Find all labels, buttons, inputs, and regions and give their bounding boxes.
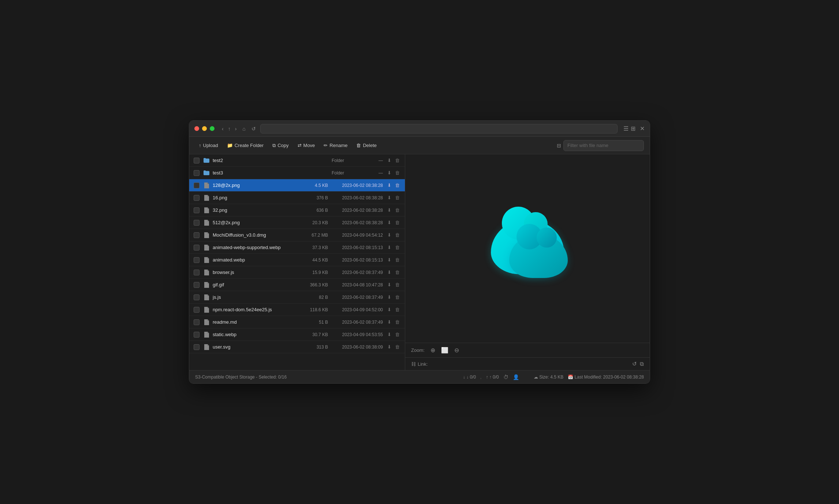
- download-file-button[interactable]: ⬇: [387, 294, 392, 301]
- table-row[interactable]: 16.png376 B2023-06-02 08:38:28⬇🗑: [189, 192, 405, 204]
- table-row[interactable]: MochiDiffusion_v3.0.dmg67.2 MB2023-04-09…: [189, 229, 405, 241]
- delete-file-button[interactable]: 🗑: [394, 207, 400, 214]
- delete-file-button[interactable]: 🗑: [394, 294, 400, 301]
- file-checkbox[interactable]: [194, 220, 200, 226]
- download-file-button[interactable]: ⬇: [387, 157, 392, 164]
- download-file-button[interactable]: ⬇: [387, 256, 392, 263]
- table-row[interactable]: 128@2x.png4.5 KB2023-06-02 08:38:28⬇🗑: [189, 179, 405, 192]
- delete-file-button[interactable]: 🗑: [394, 157, 400, 164]
- download-file-button[interactable]: ⬇: [387, 219, 392, 226]
- download-file-button[interactable]: ⬇: [387, 169, 392, 176]
- file-checkbox[interactable]: [194, 294, 200, 300]
- delete-file-button[interactable]: 🗑: [394, 169, 400, 176]
- zoom-in-button[interactable]: ⊕: [430, 347, 435, 354]
- file-checkbox[interactable]: [194, 319, 200, 325]
- rename-label: Rename: [329, 143, 347, 148]
- download-file-button[interactable]: ⬇: [387, 194, 392, 201]
- status-user-button[interactable]: 👤: [513, 374, 519, 380]
- table-row[interactable]: js.js82 B2023-06-02 08:37:49⬇🗑: [189, 291, 405, 304]
- table-row[interactable]: gif.gif366.3 KB2023-04-08 10:47:28⬇🗑: [189, 279, 405, 291]
- file-checkbox[interactable]: [194, 257, 200, 263]
- panel-close-button[interactable]: ✕: [640, 125, 645, 132]
- file-checkbox[interactable]: [194, 183, 200, 188]
- delete-file-button[interactable]: 🗑: [394, 331, 400, 338]
- view-buttons: ☰ ⊞: [623, 125, 635, 132]
- download-file-button[interactable]: ⬇: [387, 281, 392, 288]
- move-button[interactable]: ⇄ Move: [294, 140, 319, 150]
- zoom-reset-button[interactable]: ⬜: [441, 347, 448, 354]
- forward-button[interactable]: ›: [234, 125, 238, 132]
- file-size: —: [354, 158, 383, 163]
- rename-button[interactable]: ✏ Rename: [320, 140, 351, 150]
- file-name: test2: [213, 158, 332, 163]
- file-checkbox[interactable]: [194, 207, 200, 213]
- file-checkbox[interactable]: [194, 282, 200, 288]
- table-row[interactable]: browser.js15.9 KB2023-06-02 08:37:49⬇🗑: [189, 266, 405, 279]
- delete-file-button[interactable]: 🗑: [394, 219, 400, 226]
- table-row[interactable]: animated-webp-supported.webp37.3 KB2023-…: [189, 241, 405, 254]
- list-view-button[interactable]: ☰: [623, 125, 629, 132]
- download-file-button[interactable]: ⬇: [387, 207, 392, 214]
- upload-button[interactable]: ↑ Upload: [195, 140, 222, 150]
- table-row[interactable]: static.webp30.7 KB2023-04-09 04:53:55⬇🗑: [189, 328, 405, 341]
- delete-file-button[interactable]: 🗑: [394, 269, 400, 276]
- download-file-button[interactable]: ⬇: [387, 306, 392, 313]
- delete-file-button[interactable]: 🗑: [394, 244, 400, 251]
- table-row[interactable]: user.svg313 B2023-06-02 08:38:09⬇🗑: [189, 341, 405, 353]
- delete-file-button[interactable]: 🗑: [394, 306, 400, 313]
- download-file-button[interactable]: ⬇: [387, 232, 392, 238]
- copy-link-button[interactable]: ⧉: [640, 361, 644, 367]
- zoom-out-button[interactable]: ⊖: [454, 347, 459, 354]
- table-row[interactable]: npm.react-dom.5e24ee25.js118.6 KB2023-04…: [189, 304, 405, 316]
- maximize-window-button[interactable]: [210, 126, 215, 131]
- filter-input[interactable]: [563, 140, 644, 151]
- download-file-button[interactable]: ⬇: [387, 319, 392, 326]
- file-actions: ⬇🗑: [387, 306, 400, 313]
- grid-view-button[interactable]: ⊞: [631, 125, 635, 132]
- file-checkbox[interactable]: [194, 195, 200, 201]
- status-clock-button[interactable]: ⏱: [503, 374, 508, 380]
- delete-file-button[interactable]: 🗑: [394, 256, 400, 263]
- download-file-button[interactable]: ⬇: [387, 182, 392, 189]
- copy-button[interactable]: ⧉ Copy: [269, 140, 292, 151]
- file-checkbox[interactable]: [194, 245, 200, 251]
- file-checkbox[interactable]: [194, 332, 200, 338]
- table-row[interactable]: 512@2x.png20.3 KB2023-06-02 08:38:28⬇🗑: [189, 217, 405, 229]
- table-row[interactable]: animated.webp44.5 KB2023-06-02 08:15:13⬇…: [189, 254, 405, 266]
- minimize-window-button[interactable]: [202, 126, 207, 131]
- download-file-button[interactable]: ⬇: [387, 244, 392, 251]
- file-checkbox[interactable]: [194, 158, 200, 163]
- delete-file-button[interactable]: 🗑: [394, 194, 400, 201]
- up-button[interactable]: ↑: [227, 125, 232, 132]
- file-actions: ⬇🗑: [387, 256, 400, 263]
- back-button[interactable]: ‹: [220, 125, 225, 132]
- table-row[interactable]: readme.md51 B2023-06-02 08:37:49⬇🗑: [189, 316, 405, 328]
- create-folder-button[interactable]: 📁 Create Folder: [223, 140, 267, 150]
- close-window-button[interactable]: [194, 126, 199, 131]
- file-checkbox[interactable]: [194, 170, 200, 176]
- refresh-button[interactable]: ↺: [250, 125, 257, 132]
- delete-file-button[interactable]: 🗑: [394, 343, 400, 350]
- home-button[interactable]: ⌂: [241, 125, 247, 132]
- delete-file-button[interactable]: 🗑: [394, 232, 400, 238]
- table-row[interactable]: test2Folder—⬇🗑: [189, 154, 405, 167]
- delete-file-button[interactable]: 🗑: [394, 319, 400, 326]
- file-date: 2023-06-02 08:38:28: [328, 220, 383, 225]
- delete-file-button[interactable]: 🗑: [394, 281, 400, 288]
- delete-file-button[interactable]: 🗑: [394, 182, 400, 189]
- table-row[interactable]: test3Folder—⬇🗑: [189, 167, 405, 179]
- download-file-button[interactable]: ⬇: [387, 343, 392, 350]
- file-checkbox[interactable]: [194, 344, 200, 350]
- address-bar[interactable]: [260, 124, 618, 133]
- file-icon: [203, 294, 210, 301]
- file-name: js.js: [213, 294, 299, 300]
- refresh-link-button[interactable]: ↺: [632, 361, 637, 367]
- file-checkbox[interactable]: [194, 270, 200, 275]
- table-row[interactable]: 32.png636 B2023-06-02 08:38:28⬇🗑: [189, 204, 405, 217]
- delete-button[interactable]: 🗑 Delete: [353, 140, 380, 150]
- download-file-button[interactable]: ⬇: [387, 269, 392, 276]
- file-date: 2023-06-02 08:38:28: [328, 183, 383, 188]
- file-checkbox[interactable]: [194, 232, 200, 238]
- file-checkbox[interactable]: [194, 307, 200, 313]
- download-file-button[interactable]: ⬇: [387, 331, 392, 338]
